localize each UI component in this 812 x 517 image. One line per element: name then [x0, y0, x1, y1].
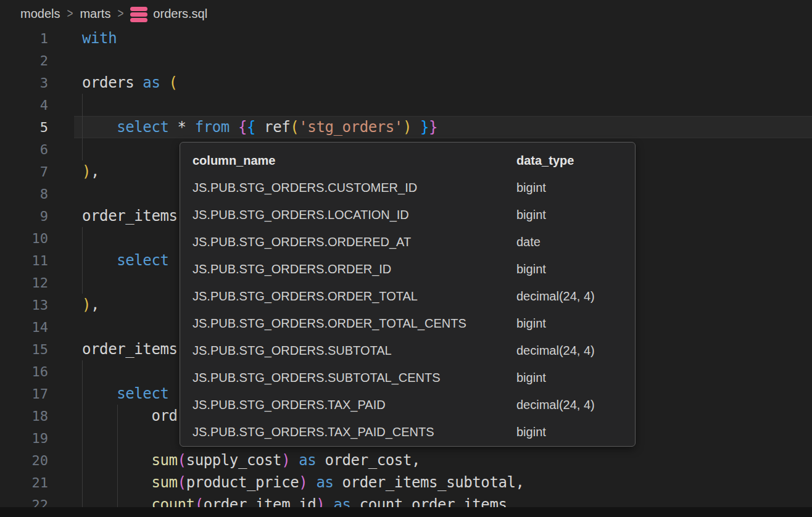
hover-cell-column-name: JS.PUB.STG_ORDERS.ORDERED_AT — [193, 235, 516, 249]
hover-tooltip: column_name data_type JS.PUB.STG_ORDERS.… — [180, 142, 636, 447]
hover-row: JS.PUB.STG_ORDERS.SUBTOTAL_CENTSbigint — [193, 364, 625, 391]
hover-cell-data-type: bigint — [516, 316, 625, 331]
hover-cell-data-type: bigint — [516, 181, 625, 195]
line-number[interactable]: 20 — [0, 453, 48, 468]
hover-table-body: JS.PUB.STG_ORDERS.CUSTOMER_IDbigintJS.PU… — [193, 174, 625, 445]
hover-row: JS.PUB.STG_ORDERS.SUBTOTALdecimal(24, 4) — [193, 337, 625, 364]
code-editor[interactable]: 1with23orders as (45 select * from {{ re… — [0, 0, 812, 517]
code-text: sum(supply_cost) as order_cost, — [82, 452, 420, 469]
hover-row: JS.PUB.STG_ORDERS.LOCATION_IDbigint — [193, 201, 625, 228]
hover-header-column-name: column_name — [193, 154, 516, 168]
line-number[interactable]: 6 — [0, 142, 48, 157]
code-line[interactable]: 21 sum(product_price) as order_items_sub… — [0, 471, 812, 494]
hover-cell-data-type: decimal(24, 4) — [516, 398, 625, 412]
code-text: order_items — [82, 341, 178, 358]
hover-row: JS.PUB.STG_ORDERS.ORDER_IDbigint — [193, 255, 625, 283]
hover-cell-data-type: bigint — [516, 262, 625, 276]
code-text: ord — [82, 407, 178, 424]
code-text: select — [82, 252, 169, 269]
code-line[interactable]: 4 — [0, 94, 812, 116]
hover-cell-data-type: date — [516, 235, 625, 249]
code-text: with — [82, 30, 117, 47]
line-number[interactable]: 16 — [0, 364, 48, 379]
breadcrumb-item-marts[interactable]: marts — [80, 7, 110, 21]
chevron-right-icon: > — [67, 6, 73, 22]
database-icon — [130, 7, 147, 22]
hover-cell-data-type: bigint — [516, 371, 625, 385]
hover-row: JS.PUB.STG_ORDERS.ORDERED_ATdate — [193, 228, 625, 255]
line-number[interactable]: 4 — [0, 97, 48, 113]
hover-header-data-type: data_type — [516, 154, 625, 168]
code-line[interactable]: 5 select * from {{ ref('stg_orders') }} — [0, 116, 812, 138]
line-number[interactable]: 11 — [0, 253, 48, 268]
line-number[interactable]: 13 — [0, 297, 48, 313]
hover-row: JS.PUB.STG_ORDERS.ORDER_TOTALdecimal(24,… — [193, 283, 625, 310]
hover-cell-column-name: JS.PUB.STG_ORDERS.CUSTOMER_ID — [193, 181, 516, 195]
line-number[interactable]: 18 — [0, 408, 48, 424]
code-line[interactable]: 1with — [0, 27, 812, 49]
code-text: ), — [82, 163, 99, 180]
panel-divider — [0, 507, 812, 517]
line-number[interactable]: 14 — [0, 320, 48, 335]
hover-cell-column-name: JS.PUB.STG_ORDERS.ORDER_ID — [193, 262, 516, 276]
line-number[interactable]: 3 — [0, 75, 48, 91]
hover-cell-column-name: JS.PUB.STG_ORDERS.TAX_PAID — [193, 398, 516, 412]
hover-row: JS.PUB.STG_ORDERS.ORDER_TOTAL_CENTSbigin… — [193, 310, 625, 337]
hover-row: JS.PUB.STG_ORDERS.TAX_PAIDdecimal(24, 4) — [193, 391, 625, 418]
hover-cell-column-name: JS.PUB.STG_ORDERS.TAX_PAID_CENTS — [193, 425, 516, 439]
code-text: orders as ( — [82, 74, 178, 91]
hover-cell-data-type: decimal(24, 4) — [516, 344, 625, 358]
code-text: ), — [82, 296, 99, 313]
line-number[interactable]: 9 — [0, 209, 48, 224]
hover-cell-data-type: bigint — [516, 208, 625, 222]
hover-row: JS.PUB.STG_ORDERS.TAX_PAID_CENTSbigint — [193, 418, 625, 445]
code-line[interactable]: 3orders as ( — [0, 72, 812, 94]
line-number[interactable]: 2 — [0, 53, 48, 68]
code-line[interactable]: 20 sum(supply_cost) as order_cost, — [0, 449, 812, 471]
breadcrumb: models > marts > orders.sql — [0, 0, 812, 28]
line-number[interactable]: 7 — [0, 164, 48, 180]
code-text: sum(product_price) as order_items_subtot… — [82, 474, 524, 491]
line-number[interactable]: 12 — [0, 275, 48, 291]
line-number[interactable]: 5 — [0, 120, 48, 135]
hover-cell-data-type: bigint — [516, 425, 625, 439]
hover-cell-data-type: decimal(24, 4) — [516, 289, 625, 304]
hover-cell-column-name: JS.PUB.STG_ORDERS.LOCATION_ID — [193, 208, 516, 222]
line-number[interactable]: 8 — [0, 186, 48, 202]
code-line[interactable]: 2 — [0, 49, 812, 72]
code-text: select — [82, 385, 169, 402]
code-text: select * from {{ ref('stg_orders') }} — [82, 118, 437, 136]
hover-row: JS.PUB.STG_ORDERS.CUSTOMER_IDbigint — [193, 174, 625, 201]
code-text: order_items — [82, 207, 178, 225]
line-number[interactable]: 21 — [0, 475, 48, 490]
hover-cell-column-name: JS.PUB.STG_ORDERS.SUBTOTAL_CENTS — [193, 371, 516, 385]
hover-cell-column-name: JS.PUB.STG_ORDERS.ORDER_TOTAL — [193, 289, 516, 304]
line-number[interactable]: 1 — [0, 31, 48, 46]
chevron-right-icon: > — [117, 6, 123, 22]
hover-cell-column-name: JS.PUB.STG_ORDERS.SUBTOTAL — [193, 344, 516, 358]
line-number[interactable]: 10 — [0, 231, 48, 246]
hover-table-header: column_name data_type — [193, 147, 625, 174]
line-number[interactable]: 17 — [0, 386, 48, 402]
breadcrumb-item-models[interactable]: models — [20, 7, 60, 21]
line-number[interactable]: 19 — [0, 431, 48, 446]
hover-cell-column-name: JS.PUB.STG_ORDERS.ORDER_TOTAL_CENTS — [193, 316, 516, 331]
breadcrumb-item-file[interactable]: orders.sql — [153, 7, 207, 21]
line-number[interactable]: 15 — [0, 342, 48, 357]
